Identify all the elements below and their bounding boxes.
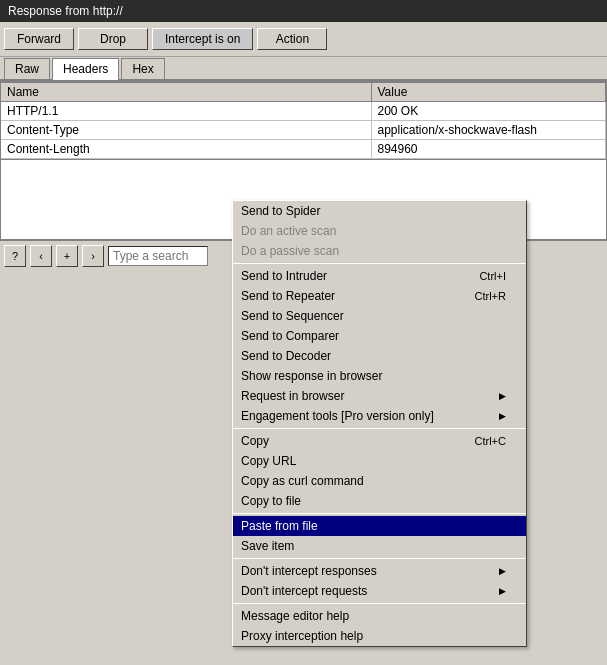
row-name: Content-Type: [1, 121, 371, 140]
menu-divider: [233, 513, 526, 514]
forward-button[interactable]: Forward: [4, 28, 74, 50]
menu-item[interactable]: Show response in browser: [233, 366, 526, 386]
menu-item[interactable]: Send to RepeaterCtrl+R: [233, 286, 526, 306]
menu-item-label: Don't intercept responses: [241, 564, 377, 578]
menu-divider: [233, 263, 526, 264]
menu-item: Do an active scan: [233, 221, 526, 241]
submenu-arrow-icon: ▶: [499, 566, 506, 576]
menu-item-label: Do an active scan: [241, 224, 336, 238]
row-name: Content-Length: [1, 140, 371, 159]
menu-item[interactable]: Request in browser▶: [233, 386, 526, 406]
submenu-arrow-icon: ▶: [499, 391, 506, 401]
menu-shortcut: Ctrl+I: [479, 270, 506, 282]
menu-item[interactable]: Paste from file: [233, 516, 526, 536]
add-button[interactable]: +: [56, 245, 78, 267]
tab-raw[interactable]: Raw: [4, 58, 50, 79]
menu-item-label: Send to Spider: [241, 204, 320, 218]
menu-item[interactable]: Copy to file: [233, 491, 526, 511]
col-value-header: Value: [371, 83, 606, 102]
menu-item-right: ▶: [491, 411, 506, 421]
prev-button[interactable]: ‹: [30, 245, 52, 267]
submenu-arrow-icon: ▶: [499, 586, 506, 596]
menu-divider: [233, 603, 526, 604]
tab-bar: Raw Headers Hex: [0, 57, 607, 81]
menu-item-label: Proxy interception help: [241, 629, 363, 643]
context-menu: Send to SpiderDo an active scanDo a pass…: [232, 200, 527, 647]
menu-item[interactable]: Send to Comparer: [233, 326, 526, 346]
menu-item-label: Send to Intruder: [241, 269, 327, 283]
title-bar: Response from http://: [0, 0, 607, 22]
menu-item[interactable]: Send to Decoder: [233, 346, 526, 366]
intercept-button[interactable]: Intercept is on: [152, 28, 253, 50]
menu-item[interactable]: Don't intercept requests▶: [233, 581, 526, 601]
menu-shortcut: Ctrl+C: [475, 435, 506, 447]
menu-item-label: Message editor help: [241, 609, 349, 623]
toolbar: Forward Drop Intercept is on Action: [0, 22, 607, 57]
table-row: HTTP/1.1 200 OK: [1, 102, 606, 121]
row-name: HTTP/1.1: [1, 102, 371, 121]
submenu-arrow-icon: ▶: [499, 411, 506, 421]
menu-item-label: Send to Comparer: [241, 329, 339, 343]
menu-item[interactable]: Send to Sequencer: [233, 306, 526, 326]
menu-item-label: Don't intercept requests: [241, 584, 367, 598]
menu-item-label: Copy URL: [241, 454, 296, 468]
menu-item-label: Request in browser: [241, 389, 344, 403]
title-text: Response from http://: [8, 4, 123, 18]
help-button[interactable]: ?: [4, 245, 26, 267]
next-button[interactable]: ›: [82, 245, 104, 267]
headers-table: Name Value HTTP/1.1 200 OK Content-Type …: [1, 83, 606, 159]
menu-item-label: Engagement tools [Pro version only]: [241, 409, 434, 423]
tab-hex[interactable]: Hex: [121, 58, 164, 79]
menu-item-label: Do a passive scan: [241, 244, 339, 258]
menu-item-label: Show response in browser: [241, 369, 382, 383]
menu-item-label: Save item: [241, 539, 294, 553]
action-button[interactable]: Action: [257, 28, 327, 50]
menu-item-label: Copy to file: [241, 494, 301, 508]
col-name-header: Name: [1, 83, 371, 102]
row-value: 894960: [371, 140, 606, 159]
menu-item[interactable]: Message editor help: [233, 606, 526, 626]
menu-item-label: Copy as curl command: [241, 474, 364, 488]
menu-item-right: Ctrl+R: [455, 290, 506, 302]
menu-item[interactable]: Don't intercept responses▶: [233, 561, 526, 581]
menu-item: Do a passive scan: [233, 241, 526, 261]
row-value: 200 OK: [371, 102, 606, 121]
menu-item-right: ▶: [491, 391, 506, 401]
menu-item-right: ▶: [491, 586, 506, 596]
menu-item[interactable]: CopyCtrl+C: [233, 431, 526, 451]
table-row: Content-Length 894960: [1, 140, 606, 159]
menu-item-label: Send to Decoder: [241, 349, 331, 363]
menu-item[interactable]: Save item: [233, 536, 526, 556]
drop-button[interactable]: Drop: [78, 28, 148, 50]
menu-item-right: Ctrl+I: [459, 270, 506, 282]
menu-item[interactable]: Send to IntruderCtrl+I: [233, 266, 526, 286]
menu-item-label: Send to Repeater: [241, 289, 335, 303]
menu-item[interactable]: Proxy interception help: [233, 626, 526, 646]
menu-shortcut: Ctrl+R: [475, 290, 506, 302]
menu-divider: [233, 428, 526, 429]
menu-item[interactable]: Engagement tools [Pro version only]▶: [233, 406, 526, 426]
menu-divider: [233, 558, 526, 559]
menu-item-label: Paste from file: [241, 519, 318, 533]
table-row: Content-Type application/x-shockwave-fla…: [1, 121, 606, 140]
menu-item-label: Copy: [241, 434, 269, 448]
menu-item-right: Ctrl+C: [455, 435, 506, 447]
menu-item-label: Send to Sequencer: [241, 309, 344, 323]
search-input[interactable]: [108, 246, 208, 266]
menu-item[interactable]: Copy URL: [233, 451, 526, 471]
menu-item[interactable]: Send to Spider: [233, 201, 526, 221]
row-value: application/x-shockwave-flash: [371, 121, 606, 140]
menu-item[interactable]: Copy as curl command: [233, 471, 526, 491]
menu-item-right: ▶: [491, 566, 506, 576]
headers-table-container: Name Value HTTP/1.1 200 OK Content-Type …: [0, 81, 607, 160]
tab-headers[interactable]: Headers: [52, 58, 119, 80]
